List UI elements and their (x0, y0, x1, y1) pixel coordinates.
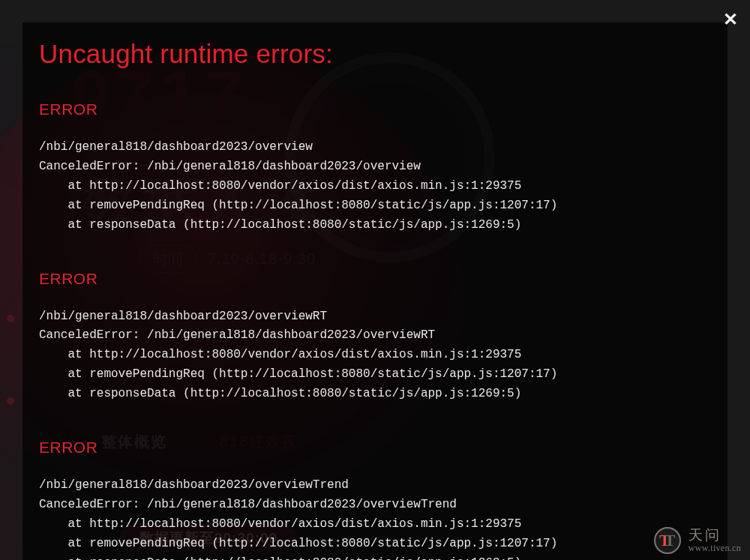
error-stack: /nbi/general818/dashboard2023/overviewRT… (39, 307, 711, 405)
overlay-title: Uncaught runtime errors: (39, 39, 711, 69)
error-label: ERROR (39, 270, 711, 288)
error-block: ERROR /nbi/general818/dashboard2023/over… (39, 270, 711, 405)
error-stack: /nbi/general818/dashboard2023/overview C… (39, 138, 711, 235)
watermark-brand: 天问 (688, 527, 741, 544)
watermark-text: 天问 www.tiven.cn (688, 527, 741, 554)
error-label: ERROR (39, 439, 711, 457)
error-block: ERROR /nbi/general818/dashboard2023/over… (39, 100, 711, 235)
watermark: TT 天问 www.tiven.cn (654, 527, 741, 554)
close-icon: ✕ (723, 9, 738, 30)
watermark-logo-icon: TT (654, 527, 681, 554)
close-button[interactable]: ✕ (718, 7, 742, 31)
runtime-error-overlay: Uncaught runtime errors: ERROR /nbi/gene… (22, 22, 728, 560)
error-block: ERROR /nbi/general818/dashboard2023/over… (39, 439, 711, 560)
error-stack: /nbi/general818/dashboard2023/overviewTr… (39, 476, 711, 560)
error-label: ERROR (39, 100, 711, 118)
watermark-url: www.tiven.cn (688, 544, 741, 554)
